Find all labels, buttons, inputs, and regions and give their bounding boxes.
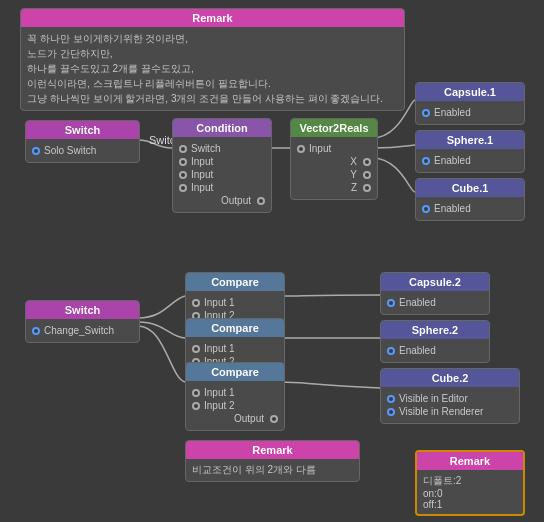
- capsule2-status-row: Enabled: [387, 297, 483, 308]
- capsule1-body: Enabled: [416, 101, 524, 124]
- switch-bottom-header: Switch: [26, 301, 139, 319]
- capsule2-body: Enabled: [381, 291, 489, 314]
- capsule1-status-dot: [422, 109, 430, 117]
- remark-right-header: Remark: [417, 452, 523, 470]
- capsule2-header: Capsule.2: [381, 273, 489, 291]
- sphere2-header: Sphere.2: [381, 321, 489, 339]
- sphere2-body: Enabled: [381, 339, 489, 362]
- compare3-output-row: Output: [192, 413, 278, 424]
- switch-bottom-port-dot: [32, 327, 40, 335]
- condition-port-2: Input: [179, 169, 265, 180]
- vector2reals-input-dot: [297, 145, 305, 153]
- sphere1-status-row: Enabled: [422, 155, 518, 166]
- sphere1-header: Sphere.1: [416, 131, 524, 149]
- capsule1-header: Capsule.1: [416, 83, 524, 101]
- switch-bottom-body: Change_Switch: [26, 319, 139, 342]
- condition-port-3: Input: [179, 182, 265, 193]
- capsule2-node[interactable]: Capsule.2 Enabled: [380, 272, 490, 315]
- vector2reals-z-row: Z: [297, 182, 371, 193]
- compare1-header: Compare: [186, 273, 284, 291]
- compare3-body: Input 1 Input 2 Output: [186, 381, 284, 430]
- sphere1-status-dot: [422, 157, 430, 165]
- condition-body: Switch Input Input Input Output: [173, 137, 271, 212]
- condition-port-dot-0: [179, 145, 187, 153]
- vector2reals-z-dot: [363, 184, 371, 192]
- remark-top-node: Remark 꼭 하나만 보이게하기위한 것이라면, 노드가 간단하지만, 하나…: [20, 8, 405, 111]
- cube1-node[interactable]: Cube.1 Enabled: [415, 178, 525, 221]
- switch-top-header: Switch: [26, 121, 139, 139]
- remark-top-header: Remark: [21, 9, 404, 27]
- vector2reals-y-dot: [363, 171, 371, 179]
- cube1-header: Cube.1: [416, 179, 524, 197]
- condition-output-dot: [257, 197, 265, 205]
- vector2reals-x-row: X: [297, 156, 371, 167]
- cube2-status2-row: Visible in Renderer: [387, 406, 513, 417]
- vector2reals-header: Vector2Reals: [291, 119, 377, 137]
- vector2reals-x-dot: [363, 158, 371, 166]
- cube2-status1-dot: [387, 395, 395, 403]
- remark-top-body: 꼭 하나만 보이게하기위한 것이라면, 노드가 간단하지만, 하나를 끌수도있고…: [21, 27, 404, 110]
- compare3-port2: Input 2: [192, 400, 278, 411]
- capsule2-status-dot: [387, 299, 395, 307]
- vector2reals-y-row: Y: [297, 169, 371, 180]
- condition-output-row: Output: [179, 195, 265, 206]
- vector2reals-input-row: Input: [297, 143, 371, 154]
- sphere2-node[interactable]: Sphere.2 Enabled: [380, 320, 490, 363]
- cube1-status-row: Enabled: [422, 203, 518, 214]
- vector2reals-node[interactable]: Vector2Reals Input X Y Z: [290, 118, 378, 200]
- capsule1-status-row: Enabled: [422, 107, 518, 118]
- remark-bottom-body: 비교조건이 위의 2개와 다름: [186, 459, 359, 481]
- condition-port-0: Switch: [179, 143, 265, 154]
- sphere2-status-row: Enabled: [387, 345, 483, 356]
- sphere2-status-dot: [387, 347, 395, 355]
- compare3-dot2: [192, 402, 200, 410]
- switch-top-body: Solo Switch: [26, 139, 139, 162]
- compare3-output-dot: [270, 415, 278, 423]
- vector2reals-body: Input X Y Z: [291, 137, 377, 199]
- switch-top-node[interactable]: Switch Solo Switch: [25, 120, 140, 163]
- remark-bottom-header: Remark: [186, 441, 359, 459]
- cube2-status2-dot: [387, 408, 395, 416]
- cube2-header: Cube.2: [381, 369, 519, 387]
- switch-bottom-node[interactable]: Switch Change_Switch: [25, 300, 140, 343]
- condition-port-1: Input: [179, 156, 265, 167]
- sphere1-body: Enabled: [416, 149, 524, 172]
- compare3-port1: Input 1: [192, 387, 278, 398]
- cube1-body: Enabled: [416, 197, 524, 220]
- switch-top-port-dot: [32, 147, 40, 155]
- condition-port-dot-2: [179, 171, 187, 179]
- compare3-dot1: [192, 389, 200, 397]
- remark-right-node: Remark 디폴트:2 on:0 off:1: [415, 450, 525, 516]
- compare3-node[interactable]: Compare Input 1 Input 2 Output: [185, 362, 285, 431]
- compare2-header: Compare: [186, 319, 284, 337]
- remark-bottom-node: Remark 비교조건이 위의 2개와 다름: [185, 440, 360, 482]
- compare1-dot1: [192, 299, 200, 307]
- condition-node[interactable]: Condition Switch Input Input Input Outpu…: [172, 118, 272, 213]
- cube2-node[interactable]: Cube.2 Visible in Editor Visible in Rend…: [380, 368, 520, 424]
- cube2-status1-row: Visible in Editor: [387, 393, 513, 404]
- switch-top-port: Solo Switch: [32, 145, 133, 156]
- compare1-port1: Input 1: [192, 297, 278, 308]
- capsule1-node[interactable]: Capsule.1 Enabled: [415, 82, 525, 125]
- switch-bottom-port: Change_Switch: [32, 325, 133, 336]
- switch-bottom-label: Change_Switch: [44, 325, 114, 336]
- condition-header: Condition: [173, 119, 271, 137]
- condition-port-dot-1: [179, 158, 187, 166]
- sphere1-node[interactable]: Sphere.1 Enabled: [415, 130, 525, 173]
- remark-right-body: 디폴트:2 on:0 off:1: [417, 470, 523, 514]
- compare2-dot1: [192, 345, 200, 353]
- condition-port-dot-3: [179, 184, 187, 192]
- compare3-header: Compare: [186, 363, 284, 381]
- cube2-body: Visible in Editor Visible in Renderer: [381, 387, 519, 423]
- switch-top-label: Solo Switch: [44, 145, 96, 156]
- cube1-status-dot: [422, 205, 430, 213]
- compare2-port1: Input 1: [192, 343, 278, 354]
